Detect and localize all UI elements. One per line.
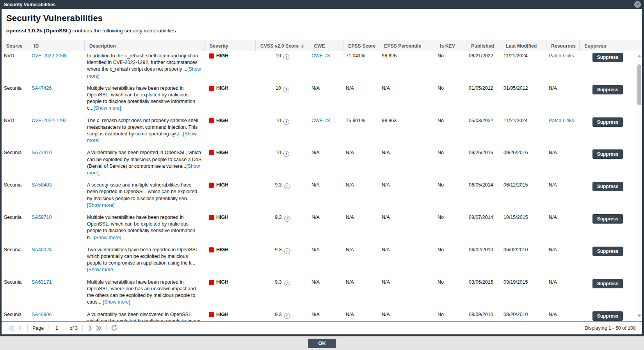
suppress-button[interactable]: Suppress	[592, 149, 623, 159]
cell-id: SA63171	[29, 277, 85, 310]
vulnerability-id-link[interactable]: SA63171	[32, 279, 52, 285]
suppress-button[interactable]: Suppress	[592, 53, 623, 62]
cell-published: 03/06/2015	[466, 277, 501, 310]
vulnerability-id-link[interactable]: SA47426	[32, 85, 52, 91]
displaying-status: Displaying 1 - 50 of 108	[585, 325, 636, 331]
prev-page-button[interactable]	[16, 324, 24, 332]
info-icon[interactable]: i	[284, 248, 290, 254]
suppress-button[interactable]: Suppress	[592, 311, 623, 321]
show-more-link[interactable]: [Show more]	[87, 203, 114, 208]
cell-cwe: N/A	[309, 180, 343, 213]
cell-severity: HIGH	[205, 84, 256, 116]
chevron-left-icon	[18, 325, 22, 331]
vulnerability-id-link[interactable]: SA58403	[32, 182, 52, 188]
suppress-button[interactable]: Suppress	[592, 214, 623, 224]
patch-links-link[interactable]: Patch Links	[549, 118, 574, 123]
cwe-link[interactable]: CWE-78	[311, 118, 330, 123]
info-icon[interactable]: i	[283, 119, 289, 125]
column-header-is_kev[interactable]: Is KEV	[435, 41, 466, 51]
cell-epss_score: N/A	[343, 277, 379, 310]
page-input[interactable]	[48, 324, 65, 332]
cvss-score-value: 9.3	[275, 279, 281, 285]
dialog-header-area: Security Vulnerabilities openssl 1.0.2k …	[2, 9, 642, 41]
security-vulnerabilities-dialog: Security Vulnerabilities ✕ Security Vuln…	[0, 0, 644, 350]
suppress-button[interactable]: Suppress	[592, 182, 623, 191]
cell-epss_percentile: 98.863	[379, 116, 435, 148]
table-body-wrap: NVDCVE-2022-2068In addition to the c_reh…	[2, 51, 642, 321]
cell-is_kev: No	[435, 277, 466, 310]
cwe-link[interactable]: CWE-78	[311, 53, 330, 59]
table-row: SecuniaSA40024Two vulnerabilities have b…	[2, 245, 636, 277]
page-label: Page	[32, 325, 44, 331]
cell-source: Secunia	[2, 180, 29, 213]
info-icon[interactable]: i	[284, 216, 290, 222]
cvss-score-value: 10	[276, 85, 281, 91]
cell-epss_score: N/A	[343, 213, 379, 245]
cell-published: 06/02/2010	[466, 245, 501, 277]
info-icon[interactable]: i	[284, 313, 290, 319]
scroll-down-icon[interactable]	[637, 314, 641, 317]
table-row: SecuniaSA58403A security issue and multi…	[2, 180, 636, 213]
suppress-button[interactable]: Suppress	[592, 117, 623, 127]
column-header-cvss[interactable]: CVSS v2.0 Score	[256, 41, 309, 51]
vulnerability-id-link[interactable]: CVE-2022-2068	[32, 53, 67, 59]
cell-cvss-score: 10i	[256, 51, 309, 84]
suppress-button[interactable]: Suppress	[592, 279, 623, 288]
patch-links-link[interactable]: Patch Links	[549, 53, 574, 59]
column-header-epss_score[interactable]: EPSS Score	[343, 41, 379, 51]
table-header: SourceIDDescriptionSeverityCVSS v2.0 Sco…	[2, 41, 642, 51]
info-icon[interactable]: i	[284, 281, 290, 286]
scrollbar-thumb[interactable]	[637, 64, 641, 105]
vulnerability-id-link[interactable]: SA59710	[32, 215, 52, 220]
column-header-cwe[interactable]: CWE	[309, 41, 343, 51]
suppress-button[interactable]: Suppress	[592, 85, 623, 94]
info-icon[interactable]: i	[283, 87, 289, 92]
toolbar-separator	[27, 325, 28, 331]
column-header-last_modified[interactable]: Last Modified	[501, 41, 546, 51]
cell-epss_percentile: N/A	[379, 180, 435, 213]
show-more-link[interactable]: [Show more]	[103, 299, 130, 305]
cell-epss_score: N/A	[343, 84, 379, 116]
cell-resources: N/A	[546, 84, 580, 116]
vulnerability-id-link[interactable]: SA72410	[32, 150, 52, 155]
last-page-button[interactable]	[94, 324, 103, 332]
close-icon[interactable]: ✕	[634, 1, 641, 8]
ok-button[interactable]: OK	[308, 339, 336, 348]
cell-suppress: Suppress	[580, 51, 636, 84]
dialog-footer: OK	[0, 336, 644, 350]
column-header-id[interactable]: ID	[29, 41, 85, 51]
cell-epss_score: 71.041%	[343, 51, 379, 84]
vertical-scrollbar[interactable]	[636, 51, 642, 321]
cell-resources: N/A	[546, 310, 580, 321]
info-icon[interactable]: i	[283, 151, 289, 157]
column-header-resources[interactable]: Resources	[546, 41, 580, 51]
suppress-button[interactable]: Suppress	[592, 247, 623, 256]
column-header-suppress[interactable]: Suppress	[580, 41, 642, 51]
info-icon[interactable]: i	[284, 183, 290, 189]
refresh-button[interactable]	[110, 324, 118, 332]
cell-is_kev: No	[435, 180, 466, 213]
first-page-button[interactable]	[7, 324, 16, 332]
cell-epss_percentile: 98.626	[379, 51, 435, 84]
cell-cwe: N/A	[309, 310, 343, 321]
scroll-up-icon[interactable]	[637, 55, 641, 57]
show-more-link[interactable]: [Show more]	[94, 235, 121, 240]
column-header-description[interactable]: Description	[85, 41, 205, 51]
info-icon[interactable]: i	[283, 54, 289, 60]
cell-resources: N/A	[546, 277, 580, 310]
column-header-label: Last Modified	[506, 43, 537, 49]
column-header-source[interactable]: Source	[2, 41, 29, 51]
cell-is_kev: No	[435, 116, 466, 148]
resources-value: N/A	[549, 85, 557, 91]
show-more-link[interactable]: [Show more]	[94, 105, 121, 111]
vulnerability-id-link[interactable]: SA40024	[32, 247, 52, 252]
column-header-published[interactable]: Published	[466, 41, 501, 51]
show-more-link[interactable]: [Show more]	[87, 267, 114, 272]
next-page-button[interactable]	[86, 324, 94, 332]
column-header-epss_percentile[interactable]: EPSS Percentile	[379, 41, 435, 51]
cvss-score-value: 9.3	[275, 215, 281, 220]
severity-badge	[209, 247, 214, 252]
vulnerability-id-link[interactable]: SA40906	[32, 312, 52, 317]
column-header-severity[interactable]: Severity	[205, 41, 256, 51]
vulnerability-id-link[interactable]: CVE-2022-1292	[32, 118, 67, 123]
